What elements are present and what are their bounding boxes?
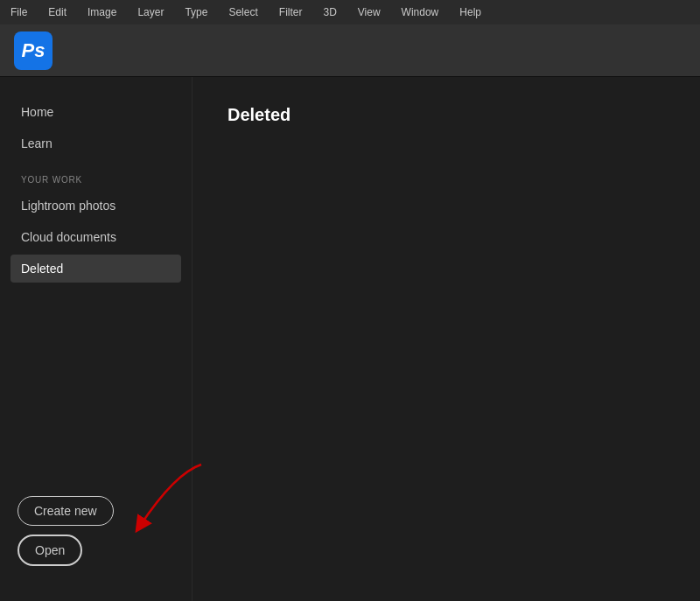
menu-type[interactable]: Type bbox=[181, 4, 211, 20]
menu-image[interactable]: Image bbox=[84, 4, 120, 20]
sidebar-item-cloud-documents[interactable]: Cloud documents bbox=[0, 223, 192, 251]
menu-select[interactable]: Select bbox=[225, 4, 261, 20]
sidebar-item-deleted[interactable]: Deleted bbox=[10, 255, 181, 283]
sidebar-item-lightroom[interactable]: Lightroom photos bbox=[0, 192, 192, 220]
menu-bar: File Edit Image Layer Type Select Filter… bbox=[0, 0, 700, 24]
menu-help[interactable]: Help bbox=[456, 4, 485, 20]
menu-filter[interactable]: Filter bbox=[276, 4, 306, 20]
create-new-button[interactable]: Create new bbox=[18, 496, 114, 526]
menu-file[interactable]: File bbox=[7, 4, 31, 20]
sidebar-bottom-buttons: Create new Open bbox=[0, 482, 192, 580]
sidebar-item-learn[interactable]: Learn bbox=[0, 129, 192, 157]
main-layout: Home Learn YOUR WORK Lightroom photos Cl… bbox=[0, 77, 700, 601]
content-area: Deleted bbox=[192, 77, 700, 601]
sidebar: Home Learn YOUR WORK Lightroom photos Cl… bbox=[0, 77, 192, 601]
sidebar-item-home[interactable]: Home bbox=[0, 98, 192, 126]
content-title: Deleted bbox=[228, 105, 665, 125]
menu-view[interactable]: View bbox=[354, 4, 384, 20]
menu-3d[interactable]: 3D bbox=[319, 4, 340, 20]
menu-window[interactable]: Window bbox=[398, 4, 443, 20]
menu-edit[interactable]: Edit bbox=[45, 4, 70, 20]
ps-logo: Ps bbox=[14, 31, 52, 70]
your-work-section-label: YOUR WORK bbox=[0, 161, 192, 192]
title-bar: Ps bbox=[0, 24, 700, 77]
open-button[interactable]: Open bbox=[18, 535, 82, 566]
menu-layer[interactable]: Layer bbox=[134, 4, 167, 20]
